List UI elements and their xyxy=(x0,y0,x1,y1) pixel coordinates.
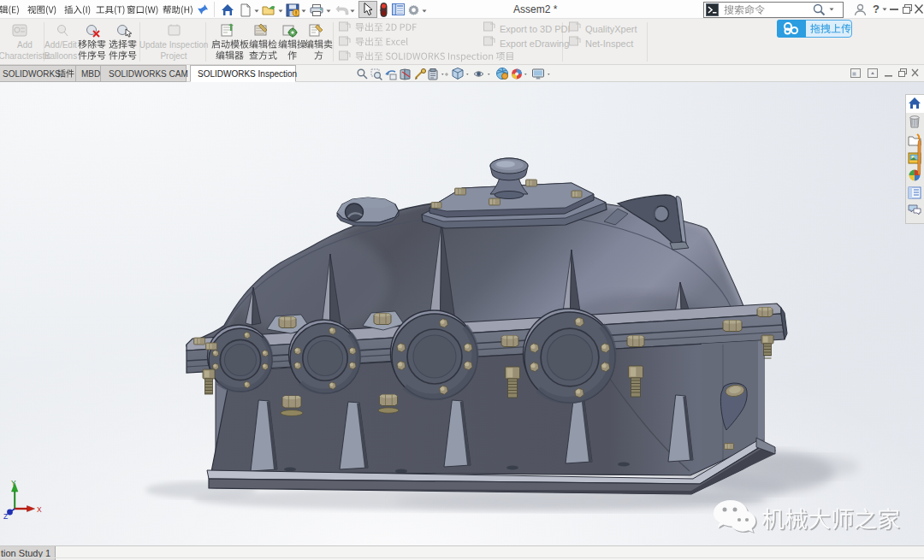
svg-text:Y: Y xyxy=(11,479,16,487)
svg-text:Z: Z xyxy=(3,512,8,520)
svg-text:X: X xyxy=(37,505,42,514)
